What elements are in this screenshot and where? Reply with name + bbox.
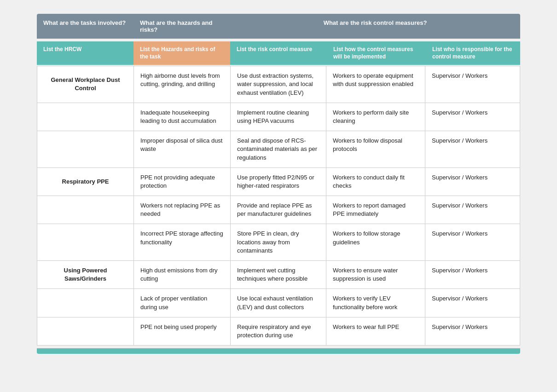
cell-hazard: Improper disposal of silica dust waste <box>134 131 231 167</box>
cell-hrcw <box>37 317 134 345</box>
cell-hrcw <box>37 131 134 167</box>
table-row: Inadequate housekeeping leading to dust … <box>37 103 520 131</box>
cell-implement: Workers to ensure water suppression is u… <box>326 261 425 288</box>
cell-implement: Workers to report damaged PPE immediatel… <box>326 196 425 224</box>
cell-hrcw <box>37 196 134 224</box>
cell-responsible: Supervisor / Workers <box>425 289 520 317</box>
cell-measure: Use properly fitted P2/N95 or higher-rat… <box>231 168 326 196</box>
table-body: General Workplace Dust Control High airb… <box>37 66 520 346</box>
header-col1: What are the tasks involved? <box>37 14 133 39</box>
cell-hrcw: General Workplace Dust Control <box>37 66 134 103</box>
cell-hazard: Workers not replacing PPE as needed <box>134 196 231 224</box>
main-container: What are the tasks involved? What are th… <box>37 14 520 354</box>
subheader-col2: List the Hazards and risks of the task <box>133 41 230 65</box>
table-row: Using Powered Saws/Grinders High dust em… <box>37 261 520 289</box>
cell-hrcw <box>37 224 134 260</box>
cell-responsible: Supervisor / Workers <box>425 66 520 103</box>
header-col3: What are the risk control measures? <box>230 14 520 39</box>
subheader-col4: List how the control measures will be im… <box>327 41 426 65</box>
cell-hrcw <box>37 103 134 131</box>
cell-responsible: Supervisor / Workers <box>425 103 520 131</box>
cell-implement: Workers to follow disposal protocols <box>326 131 425 167</box>
cell-responsible: Supervisor / Workers <box>425 168 520 196</box>
cell-measure: Seal and dispose of RCS-contaminated mat… <box>231 131 326 167</box>
table-row: Respiratory PPE PPE not providing adequa… <box>37 168 520 196</box>
cell-responsible: Supervisor / Workers <box>425 317 520 345</box>
cell-hrcw <box>37 289 134 317</box>
cell-hazard: PPE not being used properly <box>134 317 231 345</box>
cell-hazard: Incorrect PPE storage affecting function… <box>134 224 231 260</box>
cell-implement: Workers to verify LEV functionality befo… <box>326 289 425 317</box>
cell-measure: Provide and replace PPE as per manufactu… <box>231 196 326 224</box>
cell-hazard: Inadequate housekeeping leading to dust … <box>134 103 231 131</box>
cell-implement: Workers to perform daily site cleaning <box>326 103 425 131</box>
table-row: Lack of proper ventilation during use Us… <box>37 289 520 317</box>
table-row: Incorrect PPE storage affecting function… <box>37 224 520 261</box>
cell-responsible: Supervisor / Workers <box>425 196 520 224</box>
cell-implement: Workers to operate equipment with dust s… <box>326 66 425 103</box>
cell-measure: Require respiratory and eye protection d… <box>231 317 326 345</box>
cell-hazard: High dust emissions from dry cutting <box>134 261 231 288</box>
cell-responsible: Supervisor / Workers <box>425 261 520 288</box>
table-row: Improper disposal of silica dust waste S… <box>37 131 520 168</box>
cell-hrcw: Using Powered Saws/Grinders <box>37 261 134 288</box>
cell-responsible: Supervisor / Workers <box>425 224 520 260</box>
sub-header-row: List the HRCW List the Hazards and risks… <box>37 41 520 65</box>
table-row: Workers not replacing PPE as needed Prov… <box>37 196 520 224</box>
cell-implement: Workers to conduct daily fit checks <box>326 168 425 196</box>
cell-measure: Use local exhaust ventilation (LEV) and … <box>231 289 326 317</box>
subheader-col5: List who is responsible for the control … <box>426 41 520 65</box>
cell-measure: Store PPE in clean, dry locations away f… <box>231 224 326 260</box>
cell-hazard: High airborne dust levels from cutting, … <box>134 66 231 103</box>
cell-measure: Implement routine cleaning using HEPA va… <box>231 103 326 131</box>
cell-hazard: PPE not providing adequate protection <box>134 168 231 196</box>
table-row: PPE not being used properly Require resp… <box>37 317 520 345</box>
table-row: General Workplace Dust Control High airb… <box>37 66 520 103</box>
cell-implement: Workers to wear full PPE <box>326 317 425 345</box>
subheader-col1: List the HRCW <box>37 41 133 65</box>
bottom-bar <box>37 348 520 354</box>
cell-measure: Implement wet cutting techniques where p… <box>231 261 326 288</box>
cell-measure: Use dust extraction systems, water suppr… <box>231 66 326 103</box>
subheader-col3: List the risk control measure <box>230 41 327 65</box>
cell-implement: Workers to follow storage guidelines <box>326 224 425 260</box>
cell-responsible: Supervisor / Workers <box>425 131 520 167</box>
header-col2: What are the hazards and risks? <box>133 14 230 39</box>
header-row: What are the tasks involved? What are th… <box>37 14 520 39</box>
cell-hazard: Lack of proper ventilation during use <box>134 289 231 317</box>
cell-hrcw: Respiratory PPE <box>37 168 134 196</box>
